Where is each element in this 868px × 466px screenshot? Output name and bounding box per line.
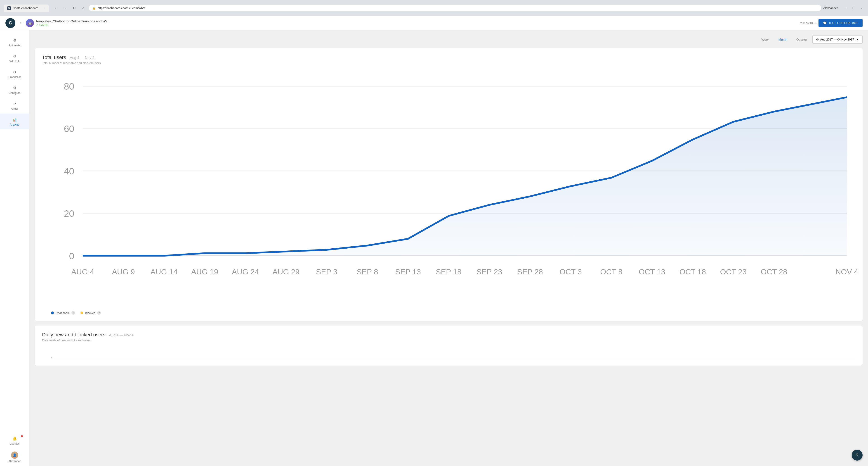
svg-text:OCT 18: OCT 18 <box>680 267 706 276</box>
bot-avatar: 🤖 <box>26 19 34 27</box>
total-users-chart: 80 60 40 20 0 <box>42 69 855 315</box>
app-logo[interactable]: C <box>5 18 16 28</box>
daily-card-header: Daily new and blocked users Aug 4 — Nov … <box>42 332 855 338</box>
filter-bar: Week Month Quarter 04 Aug 2017 — 04 Nov … <box>35 35 863 43</box>
blocked-dot <box>81 312 83 314</box>
card-title: Total users <box>42 55 66 60</box>
blocked-info-icon[interactable]: ? <box>97 311 101 315</box>
browser-tab[interactable]: C Chatfuel dashboard × <box>4 4 49 12</box>
home-btn[interactable]: ⌂ <box>80 4 87 12</box>
reachable-info-icon[interactable]: ? <box>71 311 75 315</box>
messenger-icon: 💬 <box>823 21 827 25</box>
sidebar-item-grow[interactable]: ↗ Grow <box>0 98 29 114</box>
back-arrow-btn[interactable]: ← <box>19 21 23 25</box>
test-chatbot-btn[interactable]: 💬 TEST THIS CHATBOT <box>818 19 863 27</box>
updates-icon: 🔔 <box>12 436 18 441</box>
help-icon: ? <box>856 453 858 458</box>
svg-text:40: 40 <box>64 166 74 176</box>
svg-text:AUG 29: AUG 29 <box>272 267 300 276</box>
svg-text:AUG 4: AUG 4 <box>71 267 94 276</box>
url-text: https://dashboard.chatfuel.com/#/bot <box>98 6 145 10</box>
svg-text:20: 20 <box>64 208 74 219</box>
broadcast-icon: ⚙ <box>12 69 18 75</box>
sidebar-item-configure[interactable]: ⚙ Configure <box>0 82 29 98</box>
sidebar-item-automate[interactable]: ⚙ Automate <box>0 34 29 50</box>
chart-area-fill <box>83 97 847 256</box>
date-range-dropdown[interactable]: 04 Aug 2017 — 04 Nov 2017 ▼ <box>812 35 863 43</box>
chart-legend: Reachable ? Blocked ? <box>42 311 855 315</box>
bot-url: m.me/21056... <box>800 21 818 25</box>
grow-label: Grow <box>11 107 18 110</box>
daily-chart-card: Daily new and blocked users Aug 4 — Nov … <box>35 325 863 366</box>
user-label: Alexander <box>8 460 21 463</box>
sidebar-item-analyze[interactable]: 📊 Analyze <box>0 114 29 129</box>
analyze-icon: 📊 <box>12 117 18 122</box>
help-btn[interactable]: ? <box>852 450 863 461</box>
sidebar-item-setup-ai[interactable]: ⚙ Set Up AI <box>0 50 29 66</box>
reachable-label: Reachable <box>56 311 70 315</box>
daily-chart-preview: 4 <box>42 346 855 359</box>
daily-card-title: Daily new and blocked users <box>42 332 105 338</box>
grow-icon: ↗ <box>12 101 18 106</box>
legend-blocked: Blocked ? <box>81 311 101 315</box>
daily-y-start: 4 <box>51 356 53 359</box>
sidebar-bottom: 🔔 Updates 👤 Alexander <box>0 433 29 466</box>
sidebar-item-broadcast[interactable]: ⚙ Broadcast <box>0 66 29 82</box>
svg-text:SEP 18: SEP 18 <box>436 267 462 276</box>
sidebar-item-alexander[interactable]: 👤 Alexander <box>0 448 29 466</box>
dropdown-chevron-icon: ▼ <box>856 38 859 41</box>
svg-text:OCT 28: OCT 28 <box>761 267 787 276</box>
analyze-label: Analyze <box>10 123 20 126</box>
back-btn[interactable]: ← <box>53 4 60 12</box>
svg-text:0: 0 <box>69 251 74 261</box>
sidebar-item-updates[interactable]: 🔔 Updates <box>0 433 29 448</box>
browser-chrome: C Chatfuel dashboard × ← → ↻ ⌂ 🔒 https:/… <box>0 0 868 16</box>
configure-icon: ⚙ <box>12 85 18 90</box>
card-header: Total users Aug 4 — Nov 4 <box>42 55 855 60</box>
minimize-btn[interactable]: − <box>843 5 849 11</box>
svg-text:AUG 19: AUG 19 <box>191 267 218 276</box>
main-content: Week Month Quarter 04 Aug 2017 — 04 Nov … <box>29 30 868 466</box>
daily-card-date-range: Aug 4 — Nov 4 <box>109 333 134 337</box>
blocked-label: Blocked <box>85 311 95 315</box>
reload-btn[interactable]: ↻ <box>70 4 78 12</box>
browser-user-name: Aleksander <box>823 6 838 10</box>
daily-card-subtitle: Daily totals of new and blocked users. <box>42 339 855 342</box>
svg-text:SEP 23: SEP 23 <box>476 267 502 276</box>
user-avatar: 👤 <box>11 452 18 459</box>
window-controls: Aleksander − ❐ × <box>823 5 864 11</box>
tab-close-btn[interactable]: × <box>43 6 45 10</box>
broadcast-label: Broadcast <box>8 76 21 79</box>
top-bar: C ← 🤖 templates_Chatbot for Online Train… <box>0 16 868 30</box>
svg-text:AUG 14: AUG 14 <box>151 267 178 276</box>
setup-ai-label: Set Up AI <box>9 60 20 63</box>
tab-title: Chatfuel dashboard <box>13 6 38 10</box>
week-btn[interactable]: Week <box>758 36 773 43</box>
svg-text:AUG 9: AUG 9 <box>112 267 135 276</box>
quarter-btn[interactable]: Quarter <box>793 36 811 43</box>
month-btn[interactable]: Month <box>775 36 791 43</box>
address-bar[interactable]: 🔒 https://dashboard.chatfuel.com/#/bot <box>89 5 822 11</box>
tab-favicon: C <box>7 6 11 10</box>
svg-text:60: 60 <box>64 123 74 134</box>
configure-label: Configure <box>8 91 20 94</box>
automate-icon: ⚙ <box>12 37 18 43</box>
bot-info: templates_Chatbot for Online Trainings a… <box>36 19 795 27</box>
svg-text:OCT 23: OCT 23 <box>720 267 747 276</box>
reachable-dot <box>51 312 54 314</box>
svg-text:NOV 4: NOV 4 <box>835 267 858 276</box>
total-users-card: Total users Aug 4 — Nov 4 Total number o… <box>35 48 863 321</box>
svg-text:OCT 8: OCT 8 <box>600 267 622 276</box>
bot-saved-status: ✓ SAVED <box>36 24 795 27</box>
svg-text:SEP 3: SEP 3 <box>316 267 338 276</box>
sidebar: ⚙ Automate ⚙ Set Up AI ⚙ Broadcast ⚙ Con… <box>0 16 29 466</box>
svg-text:SEP 13: SEP 13 <box>395 267 421 276</box>
svg-text:OCT 3: OCT 3 <box>559 267 582 276</box>
close-btn[interactable]: × <box>859 5 864 11</box>
maximize-btn[interactable]: ❐ <box>850 5 857 11</box>
browser-controls: ← → ↻ ⌂ <box>53 4 87 12</box>
legend-reachable: Reachable ? <box>51 311 75 315</box>
svg-text:80: 80 <box>64 81 74 92</box>
forward-btn[interactable]: → <box>61 4 69 12</box>
updates-label: Updates <box>9 442 20 445</box>
